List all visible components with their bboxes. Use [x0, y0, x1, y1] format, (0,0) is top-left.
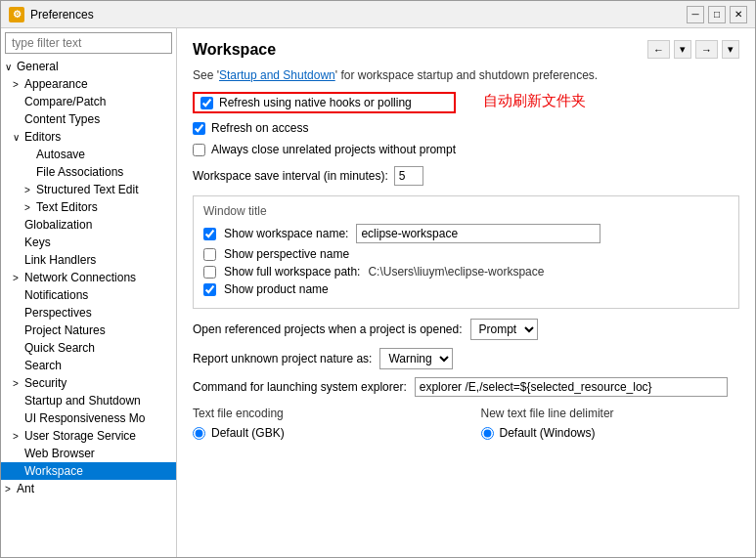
refresh-native-label: Refresh using native hooks or polling: [219, 96, 412, 109]
sidebar-item-startup-shutdown[interactable]: Startup and Shutdown: [1, 392, 176, 409]
maximize-button[interactable]: □: [708, 6, 726, 23]
sidebar-item-link-handlers[interactable]: Link Handlers: [1, 251, 176, 269]
show-product-name-checkbox[interactable]: [203, 283, 216, 296]
preferences-window: ⚙ Preferences ─ □ ✕ ∨ General > Appearan…: [0, 0, 756, 558]
refresh-native-checkbox[interactable]: [200, 97, 213, 109]
close-unrelated-row: Always close unrelated projects without …: [193, 143, 456, 156]
default-gbk-radio[interactable]: [193, 427, 205, 440]
sidebar-item-label: Appearance: [24, 77, 88, 91]
show-product-name-label: Show product name: [224, 282, 329, 296]
sidebar-item-globalization[interactable]: Globalization: [1, 216, 176, 234]
open-referenced-select[interactable]: Prompt Always Never: [470, 319, 538, 340]
sidebar-item-label: Editors: [24, 130, 61, 144]
report-unknown-select[interactable]: Warning Error Ignore: [379, 348, 453, 369]
line-delimiter-title: New text file line delimiter: [481, 407, 740, 420]
sidebar-item-label: Project Natures: [24, 323, 106, 337]
sidebar-item-structured-text-edit[interactable]: > Structured Text Edit: [1, 181, 176, 198]
sidebar-item-label: Security: [24, 376, 67, 390]
save-interval-input[interactable]: [394, 166, 423, 186]
show-workspace-name-checkbox[interactable]: [203, 228, 216, 240]
sidebar-item-ui-responsiveness[interactable]: UI Responsiveness Mo: [1, 409, 176, 427]
sidebar-item-quick-search[interactable]: Quick Search: [1, 339, 176, 357]
sidebar-item-ant[interactable]: > Ant: [1, 480, 176, 497]
sidebar-item-label: Notifications: [24, 288, 88, 302]
sidebar-item-web-browser[interactable]: Web Browser: [1, 445, 176, 462]
show-perspective-name-row: Show perspective name: [203, 247, 729, 261]
sidebar-item-network-connections[interactable]: > Network Connections: [1, 269, 176, 286]
sidebar-item-workspace[interactable]: Workspace: [1, 462, 176, 480]
tree-navigation: ∨ General > Appearance Compare/Patch Con…: [1, 58, 176, 557]
sidebar-item-general[interactable]: ∨ General: [1, 58, 176, 75]
back-dropdown-button[interactable]: ▾: [674, 40, 691, 59]
sidebar-item-search[interactable]: Search: [1, 357, 176, 374]
sidebar-item-label: Web Browser: [24, 447, 95, 460]
sidebar-item-label: Autosave: [36, 148, 85, 161]
sidebar-item-autosave[interactable]: Autosave: [1, 146, 176, 163]
workspace-name-input[interactable]: [356, 224, 600, 243]
sidebar-item-label: Structured Text Edit: [36, 183, 139, 196]
startup-shutdown-link[interactable]: Startup and Shutdown: [219, 68, 335, 82]
show-perspective-name-checkbox[interactable]: [203, 248, 216, 261]
window-title-section-label: Window title: [203, 204, 729, 218]
sidebar-item-editors[interactable]: ∨ Editors: [1, 128, 176, 146]
sidebar-item-label: Link Handlers: [24, 253, 96, 267]
back-button[interactable]: ←: [647, 40, 670, 59]
chevron-down-icon: ∨: [13, 132, 22, 143]
save-interval-row: Workspace save interval (in minutes):: [193, 166, 739, 186]
show-full-path-row: Show full workspace path: C:\Users\liuym…: [203, 265, 729, 279]
report-unknown-row: Report unknown project nature as: Warnin…: [193, 348, 739, 369]
chinese-annotation: 自动刷新文件夹: [483, 92, 586, 110]
chevron-right-icon: >: [13, 431, 22, 442]
forward-button[interactable]: →: [695, 40, 718, 59]
search-input[interactable]: [5, 32, 172, 54]
chevron-right-icon: >: [24, 202, 34, 213]
text-encoding-section: Text file encoding Default (GBK): [193, 407, 452, 444]
sidebar-item-content-types[interactable]: Content Types: [1, 110, 176, 128]
report-unknown-label: Report unknown project nature as:: [193, 352, 372, 365]
sidebar-item-appearance[interactable]: > Appearance: [1, 75, 176, 93]
explorer-command-label: Command for launching system explorer:: [193, 380, 407, 394]
explorer-command-input[interactable]: [415, 377, 728, 397]
refresh-section: Refresh using native hooks or polling Re…: [193, 92, 739, 160]
default-windows-radio[interactable]: [481, 427, 494, 440]
refresh-access-checkbox[interactable]: [193, 122, 205, 135]
sidebar-item-text-editors[interactable]: > Text Editors: [1, 198, 176, 216]
refresh-access-row: Refresh on access: [193, 121, 456, 135]
forward-dropdown-button[interactable]: ▾: [722, 40, 739, 59]
chevron-right-icon: >: [13, 378, 22, 389]
window-title: Preferences: [30, 8, 681, 21]
sidebar-item-project-natures[interactable]: Project Natures: [1, 322, 176, 339]
default-windows-label: Default (Windows): [500, 426, 596, 440]
sidebar-item-security[interactable]: > Security: [1, 374, 176, 392]
chevron-right-icon: >: [5, 484, 15, 494]
app-icon: ⚙: [9, 7, 24, 22]
chevron-right-icon: >: [13, 273, 22, 283]
chevron-right-icon: >: [24, 185, 34, 195]
refresh-access-label: Refresh on access: [211, 121, 308, 135]
close-button[interactable]: ✕: [730, 6, 747, 23]
sidebar-item-label: Content Types: [24, 112, 100, 126]
chevron-right-icon: >: [13, 79, 22, 90]
sidebar-item-file-associations[interactable]: File Associations: [1, 163, 176, 181]
sidebar-item-label: Text Editors: [36, 200, 98, 214]
close-unrelated-checkbox[interactable]: [193, 144, 205, 156]
description: See 'Startup and Shutdown' for workspace…: [193, 68, 739, 82]
main-panel: Workspace ← ▾ → ▾ See 'Startup and Shutd…: [177, 28, 755, 557]
sidebar-item-keys[interactable]: Keys: [1, 234, 176, 251]
sidebar-item-perspectives[interactable]: Perspectives: [1, 304, 176, 322]
default-gbk-row: Default (GBK): [193, 426, 452, 440]
show-full-path-label: Show full workspace path:: [224, 265, 360, 279]
open-referenced-label: Open referenced projects when a project …: [193, 322, 463, 336]
full-path-value: C:\Users\liuym\eclipse-workspace: [368, 265, 544, 279]
show-perspective-name-label: Show perspective name: [224, 247, 349, 261]
sidebar-item-label: Search: [24, 359, 62, 372]
show-full-path-checkbox[interactable]: [203, 266, 216, 279]
sidebar-item-label: Network Connections: [24, 271, 136, 284]
content-area: ∨ General > Appearance Compare/Patch Con…: [1, 28, 755, 557]
close-unrelated-label: Always close unrelated projects without …: [211, 143, 456, 156]
sidebar-item-compare-patch[interactable]: Compare/Patch: [1, 93, 176, 110]
sidebar-item-label: General: [17, 60, 59, 73]
minimize-button[interactable]: ─: [687, 6, 704, 23]
sidebar-item-user-storage[interactable]: > User Storage Service: [1, 427, 176, 445]
sidebar-item-notifications[interactable]: Notifications: [1, 286, 176, 304]
